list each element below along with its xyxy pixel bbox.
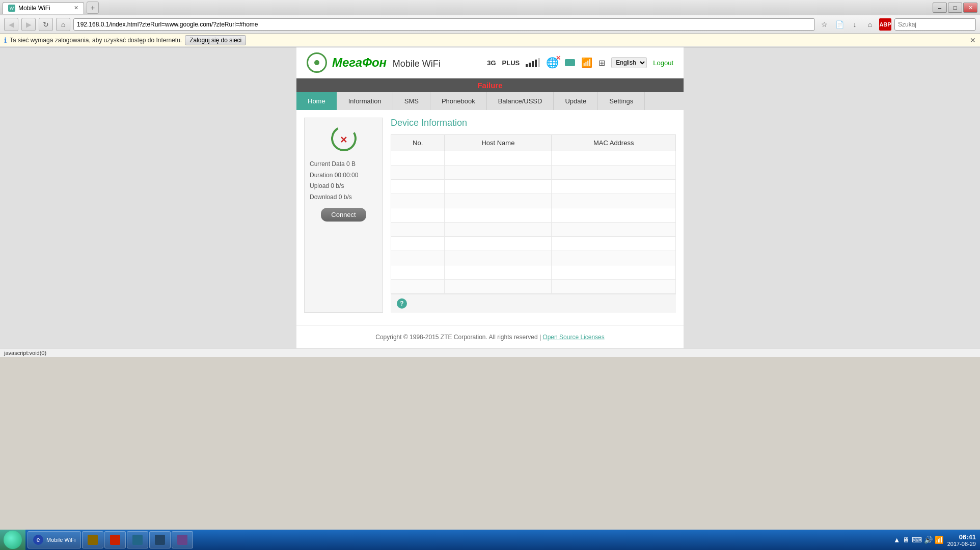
refresh-button[interactable]: ↻ [39, 18, 53, 31]
browser-status-bar: javascript:void(0) [0, 348, 980, 357]
minimize-button[interactable]: – [933, 3, 947, 13]
right-panel: Device Information No. Host Name MAC Add… [391, 118, 676, 313]
main-content: ✕ Current Data 0 B Duration 00:00:00 Upl… [296, 110, 684, 320]
taskbar-item-2[interactable] [82, 531, 103, 548]
signal-bars [526, 58, 540, 67]
connect-button[interactable]: Connect [321, 208, 366, 222]
wifi-signal-icon: 📶 [581, 57, 592, 68]
left-panel: ✕ Current Data 0 B Duration 00:00:00 Upl… [304, 118, 383, 313]
clock-time: 06:41 [947, 533, 976, 541]
taskbar-items: e Mobile WiFi [25, 531, 195, 548]
taskbar-icon-5 [155, 535, 165, 545]
browser-window: W Mobile WiFi ✕ + – □ ✕ ◀ ▶ ↻ ⌂ ☆ 📄 ↓ ⌂ … [0, 0, 980, 47]
window-controls: – □ ✕ [933, 3, 977, 13]
start-button[interactable] [0, 530, 25, 550]
tools-icon[interactable]: ABP [879, 18, 891, 31]
taskbar-item-browser[interactable]: e Mobile WiFi [28, 531, 81, 548]
close-button[interactable]: ✕ [963, 3, 977, 13]
browser-toolbar: ◀ ▶ ↻ ⌂ ☆ 📄 ↓ ⌂ ABP [0, 15, 980, 34]
device-table: No. Host Name MAC Address [391, 134, 676, 294]
sys-icon-network: 📶 [935, 536, 943, 544]
info-bar: ℹ Ta sieć wymaga zalogowania, aby uzyska… [0, 34, 980, 47]
grid-icon: ⊞ [598, 58, 605, 68]
status-bar-text: javascript:void(0) [4, 350, 46, 356]
table-row [391, 166, 676, 180]
wifi-device-icon [565, 59, 575, 66]
nav-item-update[interactable]: Update [554, 92, 598, 110]
page-container: МегаФон Mobile WiFi 3G PLUS 🌐 [296, 47, 684, 348]
table-row [391, 265, 676, 280]
read-mode-icon[interactable]: 📄 [833, 18, 846, 31]
taskbar-item-6[interactable] [172, 531, 193, 548]
home-toolbar-icon[interactable]: ⌂ [864, 18, 876, 31]
logout-link[interactable]: Logout [653, 59, 673, 67]
taskbar-icon-6 [177, 535, 187, 545]
nav-item-settings[interactable]: Settings [598, 92, 645, 110]
search-input[interactable] [894, 18, 976, 31]
help-bar: ? [391, 294, 676, 313]
signal-bar-5 [538, 58, 540, 67]
new-tab-button[interactable]: + [87, 2, 99, 14]
network-type: 3G [487, 59, 496, 67]
back-button[interactable]: ◀ [4, 18, 18, 31]
table-row [391, 208, 676, 223]
table-row [391, 237, 676, 251]
open-source-link[interactable]: Open Source Licenses [542, 334, 604, 341]
network-plus: PLUS [502, 59, 520, 67]
taskbar: e Mobile WiFi ▲ 🖥 ⌨ 🔊 📶 06:41 2017-08- [0, 530, 980, 550]
status-banner: Failure [296, 78, 684, 92]
nav-item-balance-ussd[interactable]: Balance/USSD [487, 92, 554, 110]
table-row [391, 194, 676, 208]
login-button[interactable]: Zaloguj się do sieci [185, 35, 246, 45]
sys-icon-1: ▲ [893, 536, 901, 544]
col-hostname: Host Name [445, 135, 552, 151]
status-text: Failure [477, 81, 502, 90]
nav-item-sms[interactable]: SMS [393, 92, 430, 110]
nav-item-phonebook[interactable]: Phonebook [430, 92, 487, 110]
device-info-title: Device Information [391, 118, 676, 128]
help-icon[interactable]: ? [397, 298, 407, 309]
upload-stat: Upload 0 b/s [310, 181, 377, 192]
home-button[interactable]: ⌂ [56, 18, 70, 31]
tab-close-icon[interactable]: ✕ [74, 5, 78, 11]
address-bar[interactable] [73, 18, 815, 31]
taskbar-item-4[interactable] [127, 531, 148, 548]
taskbar-right: ▲ 🖥 ⌨ 🔊 📶 06:41 2017-08-29 [893, 533, 980, 547]
sys-icon-2: 🖥 [903, 536, 910, 544]
logo-brand: МегаФон [332, 56, 387, 69]
download-icon[interactable]: ↓ [849, 18, 861, 31]
bookmark-icon[interactable]: ☆ [818, 18, 830, 31]
sys-tray-icons: ▲ 🖥 ⌨ 🔊 📶 [893, 536, 943, 544]
signal-bar-3 [532, 61, 534, 67]
logo-text-area: МегаФон Mobile WiFi [332, 56, 441, 70]
clock-date: 2017-08-29 [947, 541, 976, 547]
table-row [391, 151, 676, 166]
forward-button[interactable]: ▶ [21, 18, 36, 31]
browser-tab-active[interactable]: W Mobile WiFi ✕ [3, 2, 84, 14]
nav-item-home[interactable]: Home [296, 92, 337, 110]
signal-bar-1 [526, 64, 528, 67]
info-close-icon[interactable]: ✕ [970, 36, 976, 44]
taskbar-item-3[interactable] [104, 531, 126, 548]
x-mark-icon: ✕ [340, 135, 347, 145]
language-select[interactable]: English [611, 57, 647, 68]
copyright-text: Copyright © 1998-2015 ZTE Corporation. A… [375, 334, 541, 341]
table-header-row: No. Host Name MAC Address [391, 135, 676, 151]
taskbar-item-5[interactable] [149, 531, 171, 548]
signal-bar-4 [535, 60, 537, 67]
browser-content-area: МегаФон Mobile WiFi 3G PLUS 🌐 [0, 47, 980, 357]
signal-bar-2 [529, 63, 531, 67]
logo-product: Mobile WiFi [393, 59, 441, 69]
nav-item-information[interactable]: Information [337, 92, 393, 110]
globe-disconnected-icon: 🌐 ✕ [546, 57, 559, 69]
page-header: МегаФон Mobile WiFi 3G PLUS 🌐 [296, 47, 684, 78]
start-orb [4, 531, 22, 549]
col-mac: MAC Address [552, 135, 676, 151]
current-data-stat: Current Data 0 B [310, 159, 377, 170]
tab-title: Mobile WiFi [18, 5, 50, 12]
maximize-button[interactable]: □ [948, 3, 962, 13]
logo-area: МегаФон Mobile WiFi [307, 52, 441, 73]
table-row [391, 180, 676, 194]
info-icon: ℹ [4, 36, 7, 44]
browser-titlebar: W Mobile WiFi ✕ + – □ ✕ [0, 0, 980, 15]
